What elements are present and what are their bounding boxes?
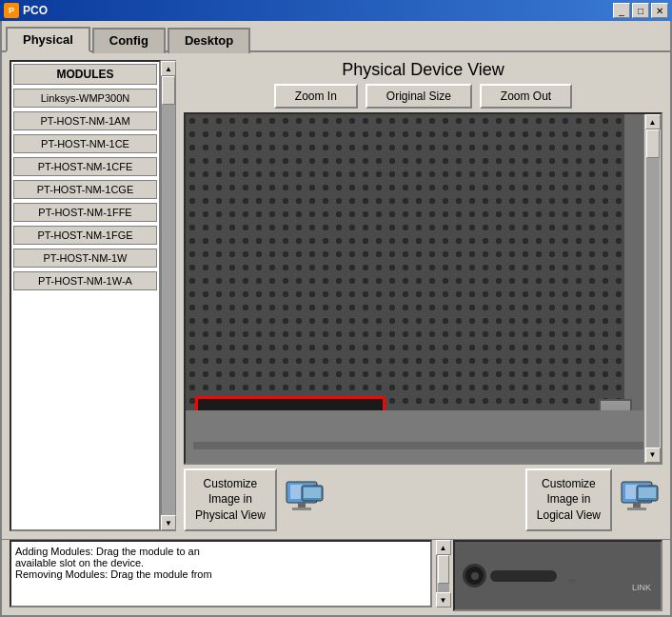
tab-config[interactable]: Config [92, 28, 166, 53]
device-scroll-thumb[interactable] [646, 129, 660, 158]
svg-rect-2 [298, 503, 306, 508]
cable-body [490, 570, 557, 582]
info-line-3: Removing Modules: Drag the module from [15, 568, 426, 580]
info-scrollbar[interactable]: ▲ ▼ [436, 540, 449, 607]
link-indicator [568, 579, 576, 583]
physical-view-icon [285, 478, 327, 521]
main-window: Physical Config Desktop MODULES Linksys-… [0, 21, 672, 617]
customize-logical-label: CustomizeImage inLogical View [537, 476, 601, 524]
svg-rect-3 [292, 508, 311, 510]
module-item[interactable]: PT-HOST-NM-1FGE [13, 226, 157, 245]
module-item[interactable]: PT-HOST-NM-1CGE [13, 180, 157, 199]
main-content: MODULES Linksys-WMP300N PT-HOST-NM-1AM P… [2, 52, 670, 539]
svg-rect-9 [627, 508, 646, 510]
device-view[interactable]: ▲ ▼ [184, 112, 662, 465]
scroll-thumb[interactable] [162, 76, 175, 105]
module-item[interactable]: PT-HOST-NM-1CE [13, 134, 157, 153]
device-scroll-down[interactable]: ▼ [645, 448, 661, 463]
tab-bar: Physical Config Desktop [2, 21, 670, 52]
info-text-panel: Adding Modules: Drag the module to an av… [10, 540, 432, 607]
zoom-out-button[interactable]: Zoom Out [480, 84, 572, 109]
module-item[interactable]: PT-HOST-NM-1W [13, 249, 157, 268]
cable-assembly [463, 564, 557, 587]
device-bottom-bar [186, 410, 661, 463]
tab-desktop[interactable]: Desktop [168, 28, 250, 53]
module-item[interactable]: PT-HOST-NM-1W-A [13, 271, 157, 290]
customize-physical-label: CustomizeImage inPhysical View [195, 476, 266, 524]
svg-rect-11 [639, 488, 656, 498]
module-item[interactable]: PT-HOST-NM-1CFE [13, 157, 157, 176]
app-icon: P [4, 3, 19, 18]
modules-scrollbar[interactable]: ▲ ▼ [161, 60, 176, 531]
maximize-button[interactable]: □ [632, 3, 649, 18]
cable-head [463, 564, 486, 587]
tab-physical[interactable]: Physical [6, 27, 90, 52]
customize-physical-button[interactable]: CustomizeImage inPhysical View [184, 468, 277, 531]
full-content: Physical Device View Zoom In Original Si… [184, 60, 662, 531]
info-scroll-track [438, 555, 449, 592]
link-label: LINK [632, 583, 651, 592]
close-button[interactable]: ✕ [651, 3, 668, 18]
svg-rect-8 [633, 503, 641, 508]
device-side-panel [624, 114, 643, 425]
title-bar: P PCO _ □ ✕ [0, 0, 672, 21]
info-line-1: Adding Modules: Drag the module to an [15, 546, 426, 557]
left-panel-wrapper: MODULES Linksys-WMP300N PT-HOST-NM-1AM P… [10, 60, 176, 531]
module-item[interactable]: PT-HOST-NM-1AM [13, 111, 157, 130]
device-scroll-track [646, 129, 660, 448]
scroll-down-button[interactable]: ▼ [161, 515, 176, 530]
original-size-button[interactable]: Original Size [366, 84, 472, 109]
customize-logical-button[interactable]: CustomizeImage inLogical View [525, 468, 612, 531]
bottom-info-panel: Adding Modules: Drag the module to an av… [2, 539, 670, 615]
device-view-scrollbar[interactable]: ▲ ▼ [643, 114, 661, 463]
right-panel: Physical Device View Zoom In Original Si… [184, 60, 662, 531]
scroll-track [162, 76, 175, 515]
link-label-area: LINK [564, 569, 653, 583]
info-scroll-down[interactable]: ▼ [436, 592, 451, 607]
modules-header: MODULES [13, 64, 157, 85]
perforation-grid [186, 114, 642, 425]
bottom-controls: CustomizeImage inPhysical View [184, 468, 662, 531]
scroll-up-button[interactable]: ▲ [161, 61, 176, 76]
info-scroll-up[interactable]: ▲ [436, 540, 451, 555]
logical-view-icon [620, 478, 662, 521]
modules-list: MODULES Linksys-WMP300N PT-HOST-NM-1AM P… [10, 60, 161, 531]
module-preview: LINK [453, 540, 662, 611]
svg-rect-5 [304, 488, 321, 498]
zoom-in-button[interactable]: Zoom In [274, 84, 358, 109]
view-title: Physical Device View [184, 60, 662, 80]
module-item[interactable]: PT-HOST-NM-1FFE [13, 203, 157, 222]
zoom-controls: Zoom In Original Size Zoom Out [184, 84, 662, 109]
minimize-button[interactable]: _ [613, 3, 630, 18]
window-title: PCO [23, 4, 48, 17]
window-controls: _ □ ✕ [613, 3, 668, 18]
info-scroll-thumb[interactable] [438, 555, 449, 584]
device-image [186, 114, 661, 463]
info-line-2: available slot on the device. [15, 557, 426, 568]
device-scroll-up[interactable]: ▲ [645, 114, 661, 129]
module-item[interactable]: Linksys-WMP300N [13, 89, 157, 108]
